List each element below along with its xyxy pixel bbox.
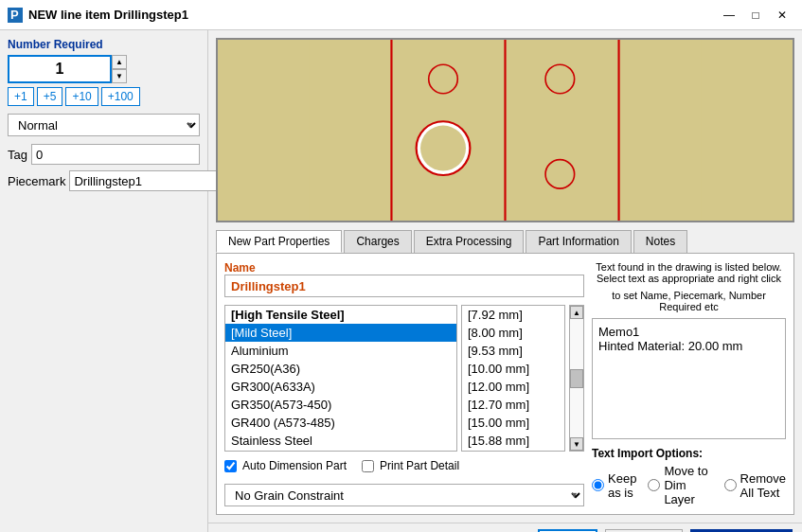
- radio-keep-as-is-label: Keep as is: [608, 471, 636, 500]
- radio-remove-all-label: Remove All Text: [740, 471, 786, 500]
- thickness-items: [7.92 mm] [8.00 mm] [9.53 mm] [10.00 mm]…: [462, 306, 564, 451]
- scroll-down[interactable]: ▼: [570, 437, 583, 451]
- list-item[interactable]: GR400 (A573-485): [225, 414, 456, 432]
- scroll-track: [570, 319, 583, 369]
- list-item[interactable]: [Mild Steel]: [225, 324, 456, 342]
- radio-move-to-dim-label: Move to Dim Layer: [664, 464, 712, 506]
- scroll-thumb[interactable]: [570, 369, 583, 388]
- tag-input[interactable]: [31, 144, 200, 165]
- list-item[interactable]: [10.00 mm]: [462, 360, 564, 378]
- material-group-items: [High Tensile Steel] [Mild Steel] Alumin…: [225, 306, 456, 451]
- tab-content-new-part-properties: Name [High Tensile Steel] [Mild Steel] A…: [216, 254, 794, 515]
- quick-btn-10[interactable]: +10: [65, 87, 98, 106]
- grain-constraint-row: No Grain Constraint Parallel Perpendicul…: [224, 484, 584, 506]
- left-tab-content: Name [High Tensile Steel] [Mild Steel] A…: [224, 261, 584, 506]
- list-item[interactable]: GR300(A633A): [225, 378, 456, 396]
- list-item[interactable]: [7.92 mm]: [462, 306, 564, 324]
- tab-notes[interactable]: Notes: [633, 230, 687, 253]
- maximize-button[interactable]: □: [743, 5, 768, 26]
- list-item[interactable]: GR250(A36): [225, 360, 456, 378]
- svg-point-9: [420, 126, 466, 171]
- number-required-label: Number Required: [8, 38, 200, 51]
- preview-area: [216, 38, 794, 222]
- tab-bar: New Part Properties Charges Extra Proces…: [216, 230, 794, 254]
- tab-new-part-properties[interactable]: New Part Properties: [216, 230, 342, 253]
- list-item[interactable]: [High Tensile Steel]: [225, 306, 456, 324]
- material-group-list: [High Tensile Steel] [Mild Steel] Alumin…: [224, 305, 457, 452]
- left-panel: Number Required 1 ▲ ▼ +1 +5 +10 +100 Nor…: [0, 30, 208, 532]
- right-tab-content: Text found in the drawing is listed belo…: [592, 261, 786, 506]
- grain-constraint-dropdown[interactable]: No Grain Constraint Parallel Perpendicul…: [224, 484, 584, 506]
- grain-constraint-wrapper: No Grain Constraint Parallel Perpendicul…: [224, 484, 584, 506]
- quick-btn-5[interactable]: +5: [37, 87, 63, 106]
- priority-dropdown[interactable]: Normal High Low: [8, 114, 200, 136]
- text-import-section: Text Import Options: Keep as is Move to …: [592, 447, 786, 506]
- main-content: Number Required 1 ▲ ▼ +1 +5 +10 +100 Nor…: [0, 30, 802, 532]
- text-hint-2: to set Name, Piecemark, Number Required …: [592, 290, 786, 312]
- bottom-buttons: OK Cancel ? Help F1: [208, 523, 802, 532]
- thickness-scrollbar[interactable]: ▲ ▼: [569, 305, 584, 452]
- title-bar: P NEW line item Drillingstep1 — □ ✕: [0, 0, 802, 30]
- tag-row: Tag: [8, 144, 200, 165]
- window-title: NEW line item Drillingstep1: [28, 8, 711, 22]
- priority-dropdown-wrapper: Normal High Low: [8, 114, 200, 136]
- radio-move-to-dim-input[interactable]: [648, 479, 660, 491]
- list-item[interactable]: [16.00 mm]: [462, 450, 564, 451]
- tab-part-information[interactable]: Part Information: [526, 230, 631, 253]
- thickness-list: [7.92 mm] [8.00 mm] [9.53 mm] [10.00 mm]…: [461, 305, 565, 452]
- print-part-detail-row: Print Part Detail: [362, 459, 459, 472]
- spinner-down[interactable]: ▼: [112, 69, 127, 83]
- list-item[interactable]: [12.70 mm]: [462, 396, 564, 414]
- name-section: Name: [224, 261, 584, 297]
- spinner-up[interactable]: ▲: [112, 55, 127, 69]
- auto-dimension-checkbox[interactable]: [224, 460, 237, 472]
- list-item[interactable]: Stainless Steel: [225, 432, 456, 450]
- list-item[interactable]: Aluminium: [225, 342, 456, 360]
- number-required-input[interactable]: 1: [8, 55, 112, 83]
- print-part-detail-checkbox[interactable]: [362, 460, 374, 472]
- quick-btn-100[interactable]: +100: [101, 87, 140, 106]
- name-input[interactable]: [224, 275, 584, 297]
- print-part-detail-label: Print Part Detail: [380, 459, 459, 472]
- list-item[interactable]: [15.88 mm]: [462, 432, 564, 450]
- radio-keep-as-is-input[interactable]: [592, 479, 604, 491]
- scroll-up[interactable]: ▲: [570, 306, 583, 319]
- memo-box[interactable]: Memo1 Hinted Material: 20.00 mm: [592, 318, 786, 439]
- number-required-section: Number Required 1 ▲ ▼ +1 +5 +10 +100: [8, 38, 200, 106]
- checkboxes-row: Auto Dimension Part Print Part Detail: [224, 459, 584, 478]
- quick-buttons: +1 +5 +10 +100: [8, 87, 200, 106]
- scroll-track2: [570, 388, 583, 438]
- tab-charges[interactable]: Charges: [344, 230, 411, 253]
- list-item[interactable]: GR350(A573-450): [225, 396, 456, 414]
- memo-content: Memo1: [598, 325, 779, 339]
- list-item[interactable]: [12.00 mm]: [462, 378, 564, 396]
- tag-label: Tag: [8, 148, 27, 162]
- memo-material: Hinted Material: 20.00 mm: [598, 339, 779, 353]
- tabs-section: New Part Properties Charges Extra Proces…: [208, 230, 802, 523]
- radio-keep-as-is[interactable]: Keep as is: [592, 471, 636, 500]
- close-button[interactable]: ✕: [770, 5, 794, 26]
- radio-move-to-dim[interactable]: Move to Dim Layer: [648, 464, 712, 506]
- right-panel: New Part Properties Charges Extra Proces…: [208, 30, 802, 532]
- list-item[interactable]: [9.53 mm]: [462, 342, 564, 360]
- spinner-container: 1 ▲ ▼: [8, 55, 200, 83]
- priority-dropdown-row: Normal High Low: [8, 114, 200, 136]
- window-controls: — □ ✕: [717, 5, 794, 26]
- piecemark-label: Piecemark: [8, 174, 65, 188]
- name-label: Name: [224, 261, 584, 275]
- text-hint-1: Text found in the drawing is listed belo…: [592, 261, 786, 284]
- radio-group: Keep as is Move to Dim Layer Remove All …: [592, 464, 786, 506]
- svg-text:P: P: [10, 9, 19, 22]
- tab-extra-processing[interactable]: Extra Processing: [414, 230, 525, 253]
- app-icon: P: [8, 8, 23, 23]
- quick-btn-1[interactable]: +1: [8, 87, 34, 106]
- text-import-label: Text Import Options:: [592, 447, 786, 460]
- minimize-button[interactable]: —: [717, 5, 741, 26]
- radio-remove-all-input[interactable]: [724, 479, 737, 491]
- radio-remove-all[interactable]: Remove All Text: [724, 471, 786, 500]
- auto-dimension-row: Auto Dimension Part: [224, 459, 347, 472]
- list-item[interactable]: [15.00 mm]: [462, 414, 564, 432]
- material-lists: [High Tensile Steel] [Mild Steel] Alumin…: [224, 305, 584, 452]
- auto-dimension-label: Auto Dimension Part: [242, 459, 347, 472]
- list-item[interactable]: [8.00 mm]: [462, 324, 564, 342]
